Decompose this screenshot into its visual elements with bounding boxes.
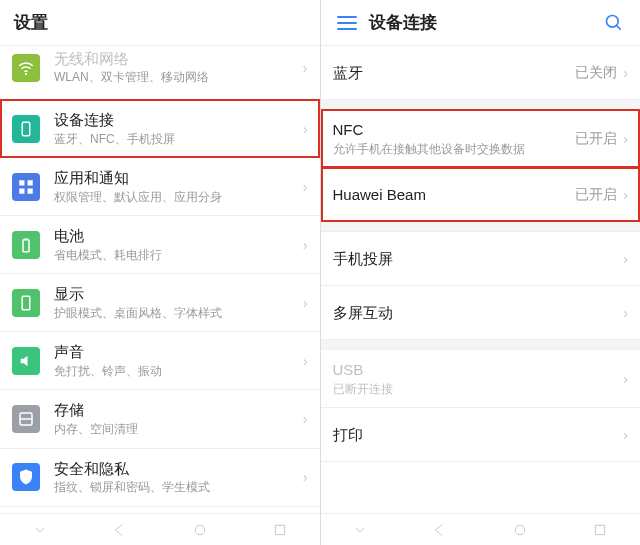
nav-down-icon[interactable] — [29, 519, 51, 541]
row-title: 显示 — [54, 284, 297, 304]
row-subtitle: 蓝牙、NFC、手机投屏 — [54, 132, 297, 148]
section-gap — [321, 340, 641, 350]
device-header: 设备连接 — [321, 0, 641, 46]
text-col: 安全和隐私指纹、锁屏和密码、学生模式 — [54, 459, 297, 496]
settings-row[interactable]: 声音免打扰、铃声、振动› — [0, 332, 320, 390]
svg-rect-3 — [28, 180, 33, 185]
row-status: 已开启 — [575, 130, 617, 148]
battery-icon — [12, 231, 40, 259]
chevron-right-icon: › — [623, 187, 628, 203]
settings-row[interactable]: 存储内存、空间清理› — [0, 390, 320, 448]
nav-back-icon[interactable] — [109, 519, 131, 541]
row-subtitle: 权限管理、默认应用、应用分身 — [54, 190, 297, 206]
text-col: 存储内存、空间清理 — [54, 400, 297, 437]
row-title: 声音 — [54, 342, 297, 362]
chevron-right-icon: › — [303, 60, 308, 76]
row-subtitle: 已断开连接 — [333, 382, 618, 398]
settings-header: 设置 — [0, 0, 320, 46]
chevron-right-icon: › — [623, 305, 628, 321]
device-row[interactable]: 蓝牙已关闭› — [321, 46, 641, 100]
settings-row[interactable]: 电池省电模式、耗电排行› — [0, 216, 320, 274]
text-col: 电池省电模式、耗电排行 — [54, 226, 297, 263]
svg-rect-18 — [595, 525, 604, 534]
android-navbar-left — [0, 513, 320, 545]
device-row[interactable]: 多屏互动› — [321, 286, 641, 340]
text-col: NFC允许手机在接触其他设备时交换数据 — [333, 120, 570, 157]
device-row: USB已断开连接› — [321, 350, 641, 408]
storage-icon — [12, 405, 40, 433]
settings-panel: 设置 无线和网络WLAN、双卡管理、移动网络›设备连接蓝牙、NFC、手机投屏›应… — [0, 0, 321, 545]
nav-home-icon[interactable] — [509, 519, 531, 541]
svg-rect-4 — [19, 188, 24, 193]
menu-icon[interactable] — [335, 16, 359, 30]
device-row[interactable]: 打印› — [321, 408, 641, 462]
row-title: 存储 — [54, 400, 297, 420]
row-subtitle: 护眼模式、桌面风格、字体样式 — [54, 306, 297, 322]
row-subtitle: 免打扰、铃声、振动 — [54, 364, 297, 380]
android-navbar-right — [321, 513, 641, 545]
device-row[interactable]: Huawei Beam已开启› — [321, 168, 641, 222]
chevron-right-icon: › — [303, 469, 308, 485]
svg-point-13 — [195, 525, 204, 534]
chevron-right-icon: › — [303, 179, 308, 195]
device-row[interactable]: NFC允许手机在接触其他设备时交换数据已开启› — [321, 110, 641, 168]
row-subtitle: 省电模式、耗电排行 — [54, 248, 297, 264]
text-col: Huawei Beam — [333, 185, 570, 205]
apps-icon — [12, 173, 40, 201]
row-title: 蓝牙 — [333, 63, 570, 83]
page-title: 设备连接 — [369, 11, 437, 34]
settings-row[interactable]: 安全和隐私指纹、锁屏和密码、学生模式› — [0, 449, 320, 507]
row-title: 应用和通知 — [54, 168, 297, 188]
text-col: 无线和网络WLAN、双卡管理、移动网络 — [54, 49, 297, 86]
row-subtitle: 允许手机在接触其他设备时交换数据 — [333, 142, 570, 158]
row-title: 多屏互动 — [333, 303, 618, 323]
sound-icon — [12, 347, 40, 375]
text-col: 声音免打扰、铃声、振动 — [54, 342, 297, 379]
settings-row[interactable]: 无线和网络WLAN、双卡管理、移动网络› — [0, 46, 320, 100]
device-connection-panel: 设备连接 蓝牙已关闭›NFC允许手机在接触其他设备时交换数据已开启›Huawei… — [321, 0, 641, 545]
nav-recent-icon[interactable] — [589, 519, 611, 541]
page-title: 设置 — [14, 11, 48, 34]
svg-rect-8 — [22, 296, 30, 310]
device-row[interactable]: 手机投屏› — [321, 232, 641, 286]
row-title: 打印 — [333, 425, 618, 445]
svg-line-16 — [617, 25, 621, 29]
row-title: USB — [333, 360, 618, 380]
row-status: 已开启 — [575, 186, 617, 204]
chevron-right-icon: › — [623, 371, 628, 387]
svg-rect-5 — [28, 188, 33, 193]
svg-rect-6 — [23, 239, 29, 251]
text-col: 蓝牙 — [333, 63, 570, 83]
nav-down-icon[interactable] — [349, 519, 371, 541]
row-title: NFC — [333, 120, 570, 140]
settings-row[interactable]: 应用和通知权限管理、默认应用、应用分身› — [0, 158, 320, 216]
settings-row[interactable]: 显示护眼模式、桌面风格、字体样式› — [0, 274, 320, 332]
row-title: Huawei Beam — [333, 185, 570, 205]
chevron-right-icon: › — [303, 237, 308, 253]
row-subtitle: WLAN、双卡管理、移动网络 — [54, 70, 297, 86]
search-icon[interactable] — [602, 13, 626, 33]
row-title: 手机投屏 — [333, 249, 618, 269]
device-icon — [12, 115, 40, 143]
svg-point-15 — [607, 15, 619, 27]
text-col: 手机投屏 — [333, 249, 618, 269]
section-gap — [321, 100, 641, 110]
settings-row[interactable]: 设备连接蓝牙、NFC、手机投屏› — [0, 100, 320, 158]
text-col: 设备连接蓝牙、NFC、手机投屏 — [54, 110, 297, 147]
settings-row[interactable]: 用户和帐户用户、云服务、帐户› — [0, 507, 320, 513]
row-subtitle: 内存、空间清理 — [54, 422, 297, 438]
security-icon — [12, 463, 40, 491]
chevron-right-icon: › — [303, 411, 308, 427]
row-title: 安全和隐私 — [54, 459, 297, 479]
nav-recent-icon[interactable] — [269, 519, 291, 541]
text-col: 显示护眼模式、桌面风格、字体样式 — [54, 284, 297, 321]
chevron-right-icon: › — [623, 131, 628, 147]
chevron-right-icon: › — [303, 295, 308, 311]
chevron-right-icon: › — [303, 121, 308, 137]
device-list: 蓝牙已关闭›NFC允许手机在接触其他设备时交换数据已开启›Huawei Beam… — [321, 46, 641, 513]
nav-home-icon[interactable] — [189, 519, 211, 541]
text-col: USB已断开连接 — [333, 360, 618, 397]
nav-back-icon[interactable] — [429, 519, 451, 541]
chevron-right-icon: › — [623, 251, 628, 267]
chevron-right-icon: › — [303, 353, 308, 369]
